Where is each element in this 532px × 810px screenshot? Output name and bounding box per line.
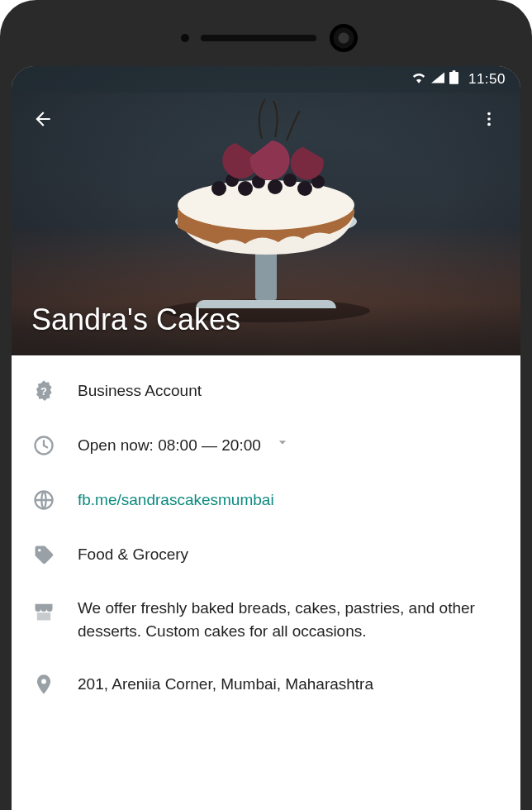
business-title: Sandra's Cakes	[31, 303, 240, 337]
svg-point-12	[487, 112, 491, 116]
badge-icon: ?	[31, 379, 56, 403]
hours-text: Open now: 08:00 — 20:00	[78, 434, 291, 457]
more-menu-button[interactable]	[473, 102, 506, 136]
category-text: Food & Grocery	[78, 543, 188, 566]
chevron-down-icon	[274, 434, 291, 457]
svg-point-4	[211, 181, 226, 196]
phone-hardware-top	[12, 10, 520, 66]
website-row[interactable]: fb.me/sandrascakesmumbai	[12, 473, 520, 527]
hero-image: Sandra's Cakes	[12, 66, 520, 355]
signal-icon	[431, 71, 444, 88]
globe-icon	[31, 488, 56, 512]
hours-row[interactable]: Open now: 08:00 — 20:00	[12, 418, 520, 473]
svg-point-9	[283, 174, 297, 187]
address-row[interactable]: 201, Areniia Corner, Mumbai, Maharashtra	[12, 657, 520, 712]
details-section: ? Business Account Open now: 08:00 — 20:…	[12, 355, 520, 720]
storefront-icon	[31, 599, 56, 624]
svg-point-6	[238, 181, 253, 196]
screen: 11:50	[12, 66, 520, 810]
svg-point-8	[268, 179, 283, 194]
clock-icon	[31, 433, 56, 458]
svg-point-14	[487, 123, 491, 126]
wifi-icon	[411, 71, 426, 88]
svg-text:?: ?	[40, 385, 47, 398]
account-type-row: ? Business Account	[12, 364, 520, 418]
app-bar	[12, 96, 520, 142]
description-text: We offer freshly baked breads, cakes, pa…	[78, 597, 501, 642]
description-row: We offer freshly baked breads, cakes, pa…	[12, 582, 520, 657]
category-row: Food & Grocery	[12, 527, 520, 582]
location-icon	[31, 672, 56, 697]
svg-point-13	[487, 117, 491, 121]
account-type-text: Business Account	[78, 379, 202, 403]
status-time: 11:50	[468, 71, 506, 88]
battery-icon	[449, 70, 458, 88]
website-link[interactable]: fb.me/sandrascakesmumbai	[78, 488, 274, 512]
address-text: 201, Areniia Corner, Mumbai, Maharashtra	[78, 673, 373, 696]
phone-frame: 11:50	[0, 0, 532, 810]
status-bar: 11:50	[12, 66, 520, 93]
svg-point-10	[297, 181, 312, 196]
svg-point-3	[178, 180, 354, 230]
tag-icon	[31, 542, 56, 567]
back-button[interactable]	[26, 102, 59, 136]
